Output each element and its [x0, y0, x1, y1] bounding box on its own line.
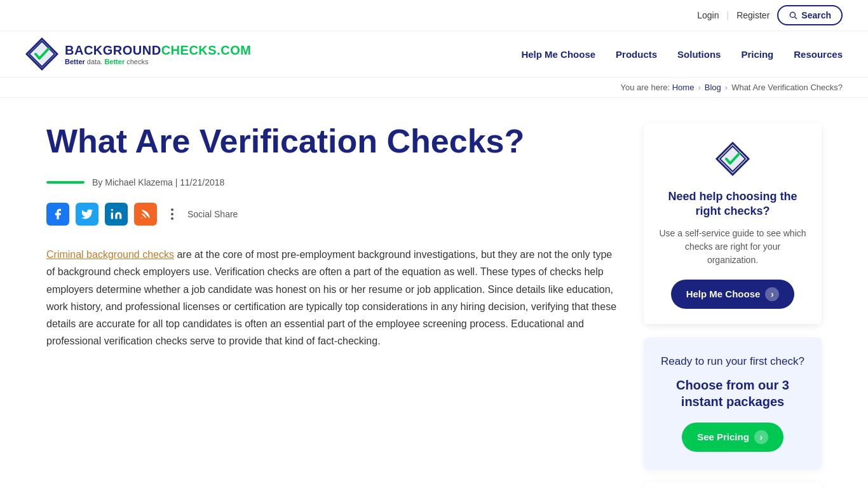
logo-brand2: CHECKS.COM [161, 43, 252, 57]
social-share-label: Social Share [187, 209, 238, 219]
facebook-icon [51, 208, 64, 220]
top-bar: Login | Register Search [0, 0, 868, 31]
logo-tagline: Better data. Better checks [65, 58, 251, 65]
criminal-background-checks-link[interactable]: Criminal background checks [46, 249, 174, 260]
instant-report-card: Get your report instantly [644, 482, 822, 488]
logo-icon [25, 37, 58, 71]
nav-resources[interactable]: Resources [794, 49, 843, 60]
breadcrumb-sep1: › [698, 83, 700, 92]
breadcrumb-home[interactable]: Home [672, 83, 695, 92]
logo-brand1: BACKGROUND [65, 43, 161, 57]
author-bar-decoration [46, 181, 85, 184]
svg-point-4 [111, 209, 113, 211]
logo-better2: Better [104, 58, 125, 65]
help-choosing-card-title: Need help choosing the right checks? [659, 189, 806, 219]
top-bar-separator: | [727, 10, 729, 20]
logo-data: data. [85, 58, 105, 65]
logo-text-area: BACKGROUNDCHECKS.COM Better data. Better… [65, 43, 251, 65]
breadcrumb-sep2: › [725, 83, 728, 92]
breadcrumb-current: What Are Verification Checks? [731, 83, 843, 92]
author-line: By Michael Klazema | 11/21/2018 [46, 177, 618, 187]
breadcrumb: You are here: Home › Blog › What Are Ver… [0, 78, 868, 98]
sidebar: Need help choosing the right checks? Use… [644, 123, 822, 488]
help-choosing-card-desc: Use a self-service guide to see which ch… [659, 227, 806, 267]
help-me-choose-button[interactable]: Help Me Choose › [671, 280, 795, 309]
author-text: By Michael Klazema | 11/21/2018 [92, 177, 224, 187]
twitter-share-button[interactable] [76, 203, 98, 226]
rss-share-button[interactable] [134, 203, 157, 226]
pricing-card-choose-text: Choose from our 3 instant packages [659, 377, 806, 410]
svg-point-0 [790, 12, 796, 17]
logo-better1: Better [65, 58, 85, 65]
more-share-button[interactable] [163, 205, 181, 223]
search-icon [789, 11, 797, 20]
svg-line-1 [795, 17, 797, 19]
search-button[interactable]: Search [777, 5, 843, 25]
article-main: What Are Verification Checks? By Michael… [46, 123, 618, 488]
login-link[interactable]: Login [697, 10, 719, 20]
logo-checks-text: checks [125, 58, 148, 65]
article-body-text: are at the core of most pre-employment b… [46, 249, 616, 346]
svg-point-5 [141, 217, 142, 219]
help-choosing-card: Need help choosing the right checks? Use… [644, 123, 822, 325]
nav-help-me-choose[interactable]: Help Me Choose [521, 49, 595, 60]
page-body: What Are Verification Checks? By Michael… [21, 98, 847, 488]
search-button-label: Search [801, 10, 831, 20]
article-body: Criminal background checks are at the co… [46, 246, 618, 349]
twitter-icon [81, 208, 93, 220]
facebook-share-button[interactable] [46, 203, 69, 226]
logo-brand: BACKGROUNDCHECKS.COM [65, 43, 251, 58]
nav-solutions[interactable]: Solutions [677, 49, 721, 60]
help-me-choose-button-label: Help Me Choose [686, 288, 761, 299]
article-title: What Are Verification Checks? [46, 123, 618, 159]
social-share: Social Share [46, 203, 618, 226]
dot3 [171, 217, 173, 220]
rss-icon [139, 208, 152, 220]
main-nav: Help Me Choose Products Solutions Pricin… [521, 49, 843, 60]
help-me-choose-arrow-icon: › [765, 287, 779, 301]
pricing-card: Ready to run your first check? Choose fr… [644, 337, 822, 470]
site-header: BACKGROUNDCHECKS.COM Better data. Better… [0, 31, 868, 78]
see-pricing-button[interactable]: See Pricing › [682, 423, 783, 452]
see-pricing-arrow-icon: › [754, 430, 768, 444]
logo-area: BACKGROUNDCHECKS.COM Better data. Better… [25, 37, 251, 71]
help-choosing-card-top: Need help choosing the right checks? Use… [644, 123, 822, 325]
dot2 [171, 213, 173, 215]
linkedin-icon [110, 208, 123, 220]
breadcrumb-prefix: You are here: [621, 83, 670, 92]
breadcrumb-blog[interactable]: Blog [705, 83, 721, 92]
dot1 [171, 208, 173, 211]
nav-products[interactable]: Products [616, 49, 657, 60]
pricing-card-ready-text: Ready to run your first check? [659, 355, 806, 368]
see-pricing-button-label: See Pricing [697, 431, 749, 442]
register-link[interactable]: Register [736, 10, 770, 20]
linkedin-share-button[interactable] [105, 203, 128, 226]
card-logo-icon [715, 141, 750, 177]
nav-pricing[interactable]: Pricing [741, 49, 773, 60]
